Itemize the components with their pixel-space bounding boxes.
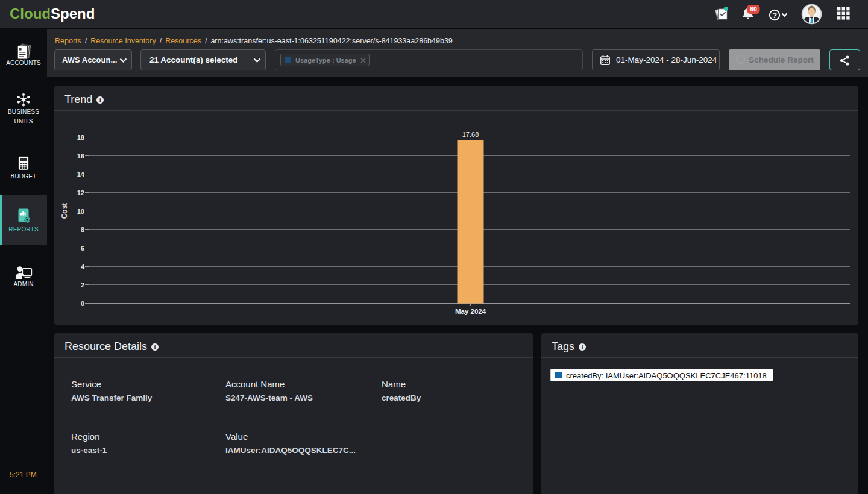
svg-text:0: 0: [81, 300, 84, 307]
svg-text:16: 16: [77, 152, 84, 160]
svg-text:12: 12: [77, 189, 84, 196]
svg-text:17.68: 17.68: [462, 131, 479, 138]
svg-text:6: 6: [81, 245, 84, 252]
svg-text:?: ?: [772, 11, 777, 20]
svg-text:Cost: Cost: [60, 203, 69, 219]
svg-text:80: 80: [750, 5, 757, 13]
svg-text:18: 18: [77, 134, 84, 141]
svg-text:May 2024: May 2024: [455, 308, 486, 315]
svg-text:10: 10: [77, 208, 84, 215]
svg-text:14: 14: [77, 170, 85, 178]
svg-text:4: 4: [81, 263, 85, 270]
svg-text:2: 2: [81, 281, 84, 289]
svg-text:8: 8: [81, 226, 84, 233]
